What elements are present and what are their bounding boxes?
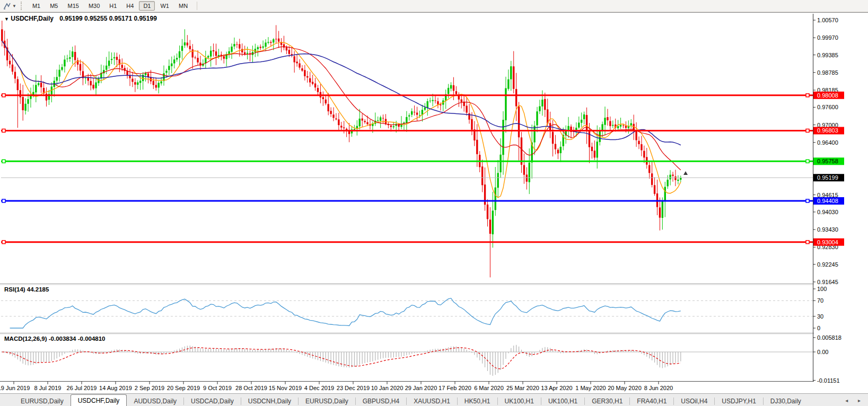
line-anchor-handle: [806, 160, 809, 163]
chart-ohlc-values: 0.95199 0.95255 0.95171 0.95199: [59, 15, 157, 22]
date-axis-label: 23 Dec 2019: [337, 385, 370, 391]
svg-text:0.96803: 0.96803: [817, 127, 838, 134]
line-anchor-handle: [806, 129, 809, 132]
date-axis-label: 8 Jun 2020: [644, 385, 673, 391]
svg-text:0.95758: 0.95758: [817, 158, 838, 164]
toolbar-grip[interactable]: [21, 2, 24, 10]
price-tag-0.94408: 0.94408: [813, 197, 844, 205]
price-axis-label: 1.00570: [817, 17, 838, 23]
timeframe-button-m15[interactable]: M15: [63, 1, 83, 11]
line-anchor-handle: [806, 199, 809, 202]
price-axis-label: 0.98785: [817, 69, 838, 76]
svg-text:0.93004: 0.93004: [817, 239, 838, 245]
date-axis-label: 19 Jun 2019: [0, 385, 30, 391]
price-tag-0.95758: 0.95758: [813, 157, 844, 165]
price-axis-label: 0.99385: [817, 52, 838, 58]
line-anchor-handle: [2, 199, 5, 202]
symbol-tab-usdchf-daily[interactable]: USDCHF,Daily: [71, 394, 127, 406]
rsi-indicator-label: RSI(14) 44.2185: [4, 286, 49, 293]
symbol-tab-hk50-h1[interactable]: HK50,H1: [458, 395, 497, 406]
symbol-tab-usoil-h4[interactable]: USOil,H4: [674, 395, 714, 406]
price-axis-label: 0.91645: [817, 279, 838, 285]
top-toolbar: ▼ M1M5M15M30H1H4D1W1MN: [0, 0, 868, 12]
timeframe-button-m5[interactable]: M5: [46, 1, 62, 11]
chart-title: ▼ USDCHF,Daily 0.95199 0.95255 0.95171 0…: [4, 15, 157, 22]
date-axis-label: 17 Feb 2020: [439, 385, 471, 391]
timeframe-button-h1[interactable]: H1: [105, 1, 121, 11]
rsi-axis-label: 100: [817, 286, 827, 292]
symbol-tab-usdjpy-h1[interactable]: USDJPY,H1: [715, 395, 762, 406]
date-axis-label: 10 Jan 2020: [371, 385, 404, 391]
toolbar-separator: [197, 2, 197, 10]
symbol-tabbar: EURUSD,DailyUSDCHF,DailyAUDUSD,DailyUSDC…: [0, 393, 868, 406]
macd-indicator-label: MACD(12,26,9) -0.003834 -0.004810: [4, 336, 106, 342]
rsi-axis-label: 30: [817, 313, 823, 320]
chart-objects-icon[interactable]: [2, 2, 12, 10]
date-axis-label: 2 Sep 2019: [135, 385, 164, 391]
price-axis-label: 0.93430: [817, 226, 838, 233]
date-axis-label: 6 Mar 2020: [474, 385, 504, 391]
macd-axis-label: 0.00: [817, 349, 828, 355]
price-tag-0.96803: 0.96803: [813, 127, 844, 134]
macd-axis-label: -0.01151: [817, 377, 840, 384]
svg-text:0.95199: 0.95199: [817, 174, 838, 181]
chart-symbol-period: USDCHF,Daily: [11, 15, 54, 22]
line-anchor-handle: [2, 129, 5, 132]
date-axis-label: 26 Jul 2019: [67, 385, 97, 391]
symbol-tab-fra40-h1[interactable]: FRA40,H1: [630, 395, 673, 406]
svg-text:0.98008: 0.98008: [817, 92, 838, 99]
price-tag-0.98008: 0.98008: [813, 92, 844, 99]
symbol-tab-eurusd-daily[interactable]: EURUSD,Daily: [14, 395, 71, 406]
symbol-tab-audusd-daily[interactable]: AUDUSD,Daily: [127, 395, 183, 406]
symbol-tab-ger30-h1[interactable]: GER30,H1: [585, 395, 629, 406]
chart-window: ▼ USDCHF,Daily 0.95199 0.95255 0.95171 0…: [0, 12, 868, 393]
rsi-axis-label: 70: [817, 297, 823, 304]
timeframe-button-w1[interactable]: W1: [156, 1, 173, 11]
line-anchor-handle: [806, 94, 809, 97]
price-axis-label: 0.94030: [817, 209, 838, 215]
tabs-container: EURUSD,DailyUSDCHF,DailyAUDUSD,DailyUSDC…: [14, 394, 808, 406]
symbol-tab-xauusd-h1[interactable]: XAUUSD,H1: [407, 395, 457, 406]
symbol-tab-eurusd-daily[interactable]: EURUSD,Daily: [299, 395, 355, 406]
chevron-down-icon[interactable]: ▼: [12, 4, 16, 8]
tab-scroll-arrows-icon[interactable]: ◂ ▸: [845, 398, 865, 403]
timeframe-button-m1[interactable]: M1: [28, 1, 45, 11]
line-anchor-handle: [2, 94, 5, 97]
date-axis-label: 25 Mar 2020: [506, 385, 539, 391]
price-tag-0.93004: 0.93004: [813, 239, 844, 246]
date-axis-label: 29 Jan 2020: [405, 385, 437, 391]
timeframe-button-h4[interactable]: H4: [122, 1, 138, 11]
date-axis-label: 20 May 2020: [608, 385, 642, 391]
price-axis-label: 0.99970: [817, 34, 838, 41]
date-axis-label: 15 Nov 2019: [269, 385, 302, 391]
price-axis-label: 0.92245: [817, 261, 838, 268]
date-axis-label: 1 May 2020: [575, 385, 606, 391]
timeframe-button-m30[interactable]: M30: [84, 1, 104, 11]
date-axis-label: 9 Oct 2019: [203, 385, 232, 391]
rsi-axis-label: 0: [817, 325, 820, 331]
timeframe-buttons: M1M5M15M30H1H4D1W1MN: [28, 3, 192, 9]
timeframe-button-d1[interactable]: D1: [139, 1, 155, 11]
date-axis-label: 4 Dec 2019: [304, 385, 334, 391]
date-axis-label: 8 Jul 2019: [34, 385, 62, 391]
symbol-tab-uk100-h1[interactable]: UK100,H1: [541, 395, 584, 406]
price-axis-label: 0.94615: [817, 192, 838, 198]
symbol-tab-gbpusd-h4[interactable]: GBPUSD,H4: [356, 395, 406, 406]
price-tag-0.95199: 0.95199: [813, 174, 844, 181]
line-anchor-handle: [2, 241, 5, 244]
price-axis-label: 0.96400: [817, 139, 838, 146]
timeframe-button-mn[interactable]: MN: [174, 1, 192, 11]
date-axis-label: 13 Apr 2020: [541, 385, 572, 391]
symbol-tab-uk100-h1[interactable]: UK100,H1: [498, 395, 541, 406]
date-axis-label: 20 Sep 2019: [167, 385, 200, 391]
chart-canvas[interactable]: 1.005700.999700.993850.987850.981850.976…: [0, 13, 868, 393]
date-axis-label: 14 Aug 2019: [99, 385, 132, 391]
symbol-tab-usdcnh-daily[interactable]: USDCNH,Daily: [241, 395, 298, 406]
date-axis-label: 28 Oct 2019: [235, 385, 267, 391]
symbol-tab-dj30-daily[interactable]: DJ30,Daily: [764, 395, 808, 406]
price-axis-label: 0.97600: [817, 104, 838, 110]
symbol-tab-usdcad-daily[interactable]: USDCAD,Daily: [184, 395, 241, 406]
macd-axis-label: 0.005818: [817, 334, 841, 341]
svg-text:0.94408: 0.94408: [817, 198, 838, 204]
chart-context-arrow-icon[interactable]: ▼: [4, 16, 9, 22]
